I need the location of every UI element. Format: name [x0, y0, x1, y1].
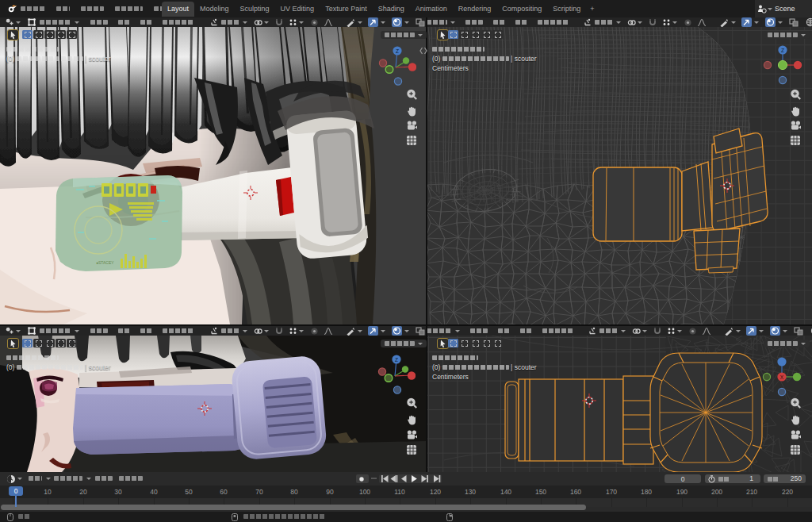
- svg-text:Z: Z: [395, 357, 398, 363]
- svg-text:Z: Z: [781, 48, 784, 53]
- svg-text:Z: Z: [396, 48, 399, 54]
- svg-text:●STACEY: ●STACEY: [96, 260, 114, 265]
- svg-text:X: X: [780, 374, 784, 380]
